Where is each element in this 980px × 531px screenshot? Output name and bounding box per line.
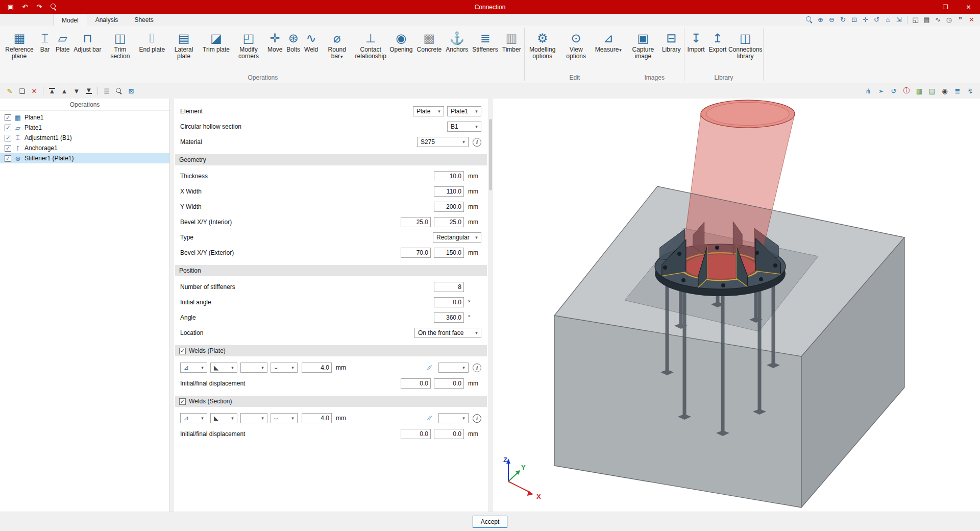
- move-up-icon[interactable]: ▲: [59, 86, 70, 96]
- tree-item-plate1[interactable]: ✓ ▱ Plate1: [0, 123, 169, 133]
- ribbon-button-adjust-bar[interactable]: ⊓ Adjust bar: [71, 28, 103, 54]
- ribbon-button-trim-section[interactable]: ◫ Trim section: [103, 28, 137, 61]
- tree-item-adjustment1[interactable]: ✓ ⌶ Adjustment1 (B1): [0, 133, 169, 143]
- ribbon-button-image-library[interactable]: ⊟ Library: [660, 28, 683, 54]
- info-icon[interactable]: i: [473, 414, 481, 423]
- ribbon-button-concrete[interactable]: ▩ Concrete: [415, 28, 444, 54]
- report-view-icon[interactable]: ▤: [921, 15, 932, 25]
- redo-icon[interactable]: ↷: [34, 2, 45, 12]
- bevel-interior-y-input[interactable]: [434, 217, 464, 227]
- ribbon-button-modify-corners[interactable]: ◰ Modify corners: [232, 28, 265, 61]
- weld-size-input[interactable]: [302, 363, 332, 373]
- weld-symbol-combo[interactable]: ⊿ ▾: [180, 413, 207, 423]
- zoom-selected-icon[interactable]: [113, 86, 125, 96]
- angle-input[interactable]: [434, 312, 464, 323]
- ribbon-button-modelling-options[interactable]: ⚙ Modelling options: [526, 28, 559, 61]
- final-displacement-input[interactable]: [434, 378, 464, 389]
- element-type-combo[interactable]: Plate ▾: [413, 106, 444, 116]
- bevel-interior-x-input[interactable]: [401, 217, 431, 227]
- x-width-input[interactable]: [434, 186, 464, 197]
- restore-window-button[interactable]: ❐: [934, 0, 957, 14]
- chs-combo[interactable]: B1 ▾: [447, 122, 481, 132]
- type-combo[interactable]: Rectangular ▾: [433, 232, 481, 243]
- weld-symbol-combo[interactable]: ⊿ ▾: [180, 363, 207, 373]
- tab-sheets[interactable]: Sheets: [126, 14, 161, 26]
- comments-icon[interactable]: ❞: [955, 15, 966, 25]
- ribbon-button-move[interactable]: ✛ Move: [265, 28, 284, 54]
- initial-displacement-input[interactable]: [401, 378, 431, 389]
- weld-size-input[interactable]: [302, 413, 332, 423]
- search-model-icon[interactable]: [804, 15, 815, 25]
- ribbon-button-lateral-plate[interactable]: ▤ Lateral plate: [167, 28, 201, 61]
- ribbon-button-weld[interactable]: ∿ Weld: [302, 28, 320, 54]
- final-displacement-input[interactable]: [434, 429, 464, 439]
- welds-plate-checkbox[interactable]: ✓: [179, 348, 186, 354]
- y-width-input[interactable]: [434, 202, 464, 212]
- ribbon-button-timber[interactable]: ▥ Timber: [500, 28, 523, 54]
- ribbon-button-bolts[interactable]: ⊛ Bolts: [284, 28, 302, 54]
- ribbon-button-anchors[interactable]: ⚓ Anchors: [444, 28, 470, 54]
- results-table-icon[interactable]: ▤: [926, 86, 938, 96]
- intermittent-weld-icon[interactable]: ∕∕: [428, 364, 431, 372]
- info-icon[interactable]: i: [473, 138, 481, 147]
- ribbon-button-round-bar[interactable]: ⌀ Round bar▾: [320, 28, 354, 61]
- weld-contour-combo[interactable]: ⌣ ▾: [271, 413, 298, 423]
- edit-operation-icon[interactable]: ✎: [4, 86, 15, 96]
- ribbon-button-measure[interactable]: ⊿ Measure▾: [593, 28, 624, 55]
- weld-side-combo[interactable]: ▾: [240, 413, 267, 423]
- view-orientation-icon[interactable]: ⋔: [863, 86, 874, 96]
- weld-material-combo[interactable]: ▾: [438, 413, 469, 423]
- ribbon-button-stiffeners[interactable]: ≣ Stiffeners: [470, 28, 500, 54]
- initial-angle-input[interactable]: [434, 297, 464, 307]
- bevel-exterior-y-input[interactable]: [434, 248, 464, 258]
- tree-item-plane1[interactable]: ✓ ▦ Plane1: [0, 112, 169, 123]
- checkbox[interactable]: ✓: [5, 125, 11, 131]
- ribbon-button-opening[interactable]: ◉ Opening: [387, 28, 414, 54]
- weld-side-combo[interactable]: ▾: [240, 363, 267, 373]
- ribbon-button-import[interactable]: ↧ Import: [685, 28, 707, 54]
- checkbox[interactable]: ✓: [5, 145, 11, 152]
- accept-button[interactable]: Accept: [473, 516, 507, 528]
- results-grid-icon[interactable]: ▦: [914, 86, 925, 96]
- home-view-icon[interactable]: ⌂: [883, 15, 893, 25]
- select-mode-icon[interactable]: ➢: [875, 86, 887, 96]
- stiffener-count-input[interactable]: [434, 282, 464, 292]
- weld-contour-combo[interactable]: ⌣ ▾: [271, 363, 298, 373]
- zoom-window-icon[interactable]: ⊡: [849, 15, 860, 25]
- checkbox[interactable]: ✓: [5, 155, 11, 162]
- element-name-combo[interactable]: Plate1 ▾: [447, 106, 481, 116]
- orbit-mode-icon[interactable]: ↺: [888, 86, 899, 96]
- zoom-in-icon[interactable]: ⊕: [815, 15, 826, 25]
- ribbon-button-trim-plate[interactable]: ◪ Trim plate: [201, 28, 232, 54]
- orbit-icon[interactable]: ↺: [871, 15, 882, 25]
- properties-scrollbar[interactable]: [488, 99, 493, 512]
- weld-material-combo[interactable]: ▾: [438, 363, 469, 373]
- material-combo[interactable]: S275 ▾: [417, 137, 469, 147]
- delete-operation-icon[interactable]: ✕: [29, 86, 40, 96]
- tree-view-icon[interactable]: ☰: [101, 86, 112, 96]
- search-icon[interactable]: [48, 2, 59, 12]
- copy-operation-icon[interactable]: ❏: [16, 86, 28, 96]
- ribbon-button-capture-image[interactable]: ▣ Capture image: [626, 28, 660, 61]
- tab-model[interactable]: Model: [53, 14, 87, 26]
- undo-icon[interactable]: ↶: [19, 2, 31, 12]
- beam-view-icon[interactable]: ∿: [933, 15, 943, 25]
- save-icon[interactable]: ▣: [5, 2, 16, 12]
- pan-icon[interactable]: ✛: [860, 15, 871, 25]
- ribbon-button-bar[interactable]: ⌶ Bar: [36, 28, 54, 54]
- refresh-view-icon[interactable]: ↻: [838, 15, 848, 25]
- ribbon-button-contact-relationship[interactable]: ⊥ Contact relationship: [354, 28, 387, 61]
- tree-item-anchorage1[interactable]: ✓ ⊺ Anchorage1: [0, 143, 169, 153]
- weld-throat-combo[interactable]: ◣ ▾: [210, 413, 237, 423]
- info-view-icon[interactable]: ⓘ: [901, 86, 912, 96]
- ribbon-button-connections-library[interactable]: ◫ Connections library: [728, 28, 762, 61]
- fit-view-icon[interactable]: ⇲: [894, 15, 904, 25]
- move-down-icon[interactable]: ▼: [71, 86, 82, 96]
- info-icon[interactable]: i: [473, 364, 481, 372]
- close-window-button[interactable]: ✕: [957, 0, 980, 14]
- window-layout-icon[interactable]: ◱: [910, 15, 921, 25]
- connect-icon[interactable]: ↯: [965, 86, 976, 96]
- ribbon-button-export[interactable]: ↥ Export: [707, 28, 729, 54]
- zoom-out-icon[interactable]: ⊖: [826, 15, 837, 25]
- layers-icon[interactable]: ≣: [952, 86, 963, 96]
